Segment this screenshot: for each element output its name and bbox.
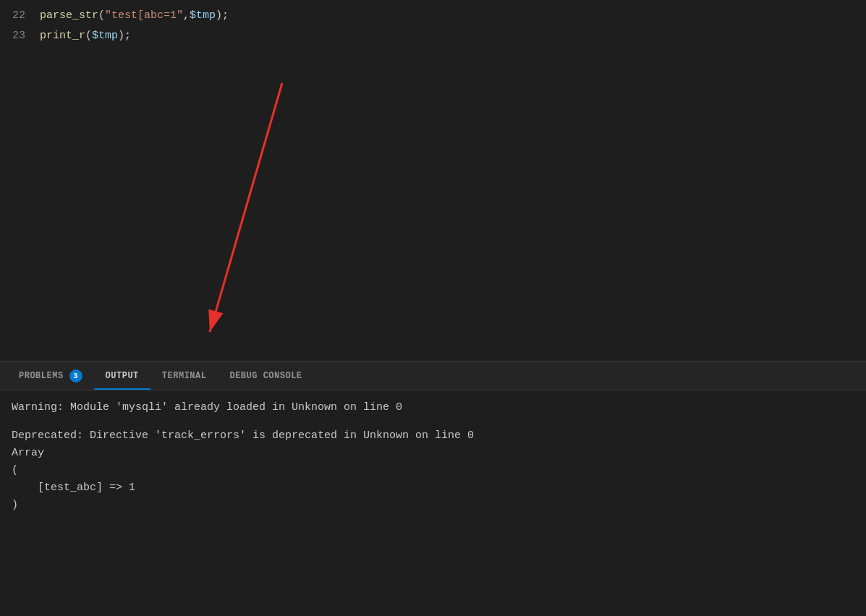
output-line: Array bbox=[12, 445, 854, 462]
output-line: Deprecated: Directive 'track_errors' is … bbox=[12, 427, 854, 445]
code-token: "test[abc=1" bbox=[105, 9, 183, 22]
code-token: ); bbox=[216, 9, 229, 22]
tab-terminal[interactable]: TERMINAL bbox=[150, 362, 218, 390]
tab-output[interactable]: OUTPUT bbox=[94, 362, 150, 390]
tab-debug-console-label: DEBUG CONSOLE bbox=[229, 371, 302, 381]
tab-terminal-label: TERMINAL bbox=[162, 371, 207, 381]
code-token: $tmp bbox=[92, 30, 118, 42]
problems-badge: 3 bbox=[69, 369, 82, 382]
tab-problems-label: PROBLEMS bbox=[19, 371, 64, 381]
panel-tabs: PROBLEMS 3 OUTPUT TERMINAL DEBUG CONSOLE bbox=[0, 362, 866, 390]
tab-output-label: OUTPUT bbox=[106, 371, 139, 381]
output-blank-line bbox=[12, 416, 854, 427]
output-line: ( bbox=[12, 462, 854, 479]
line-number: 22 bbox=[0, 7, 40, 25]
code-line: 23print_r($tmp); bbox=[0, 26, 866, 46]
svg-line-1 bbox=[210, 83, 282, 332]
output-line: ) bbox=[12, 497, 854, 514]
terminal-output: Warning: Module 'mysqli' already loaded … bbox=[0, 390, 866, 616]
tab-problems[interactable]: PROBLEMS 3 bbox=[7, 362, 94, 390]
annotation-arrow bbox=[0, 0, 866, 361]
editor-area: 22parse_str("test[abc=1",$tmp);23print_r… bbox=[0, 0, 866, 362]
line-number: 23 bbox=[0, 27, 40, 45]
output-line: [test_abc] => 1 bbox=[12, 479, 854, 497]
code-token: ); bbox=[118, 30, 131, 42]
code-token: , bbox=[183, 9, 190, 22]
code-token: $tmp bbox=[190, 9, 216, 22]
code-line: 22parse_str("test[abc=1",$tmp); bbox=[0, 6, 866, 26]
code-token: parse_str bbox=[40, 9, 98, 22]
code-content: print_r($tmp); bbox=[40, 27, 866, 45]
output-line: Warning: Module 'mysqli' already loaded … bbox=[12, 399, 854, 416]
code-content: parse_str("test[abc=1",$tmp); bbox=[40, 7, 866, 25]
code-token: ( bbox=[85, 30, 92, 42]
tab-debug-console[interactable]: DEBUG CONSOLE bbox=[218, 362, 313, 390]
code-token: ( bbox=[98, 9, 105, 22]
code-token: print_r bbox=[40, 30, 85, 42]
